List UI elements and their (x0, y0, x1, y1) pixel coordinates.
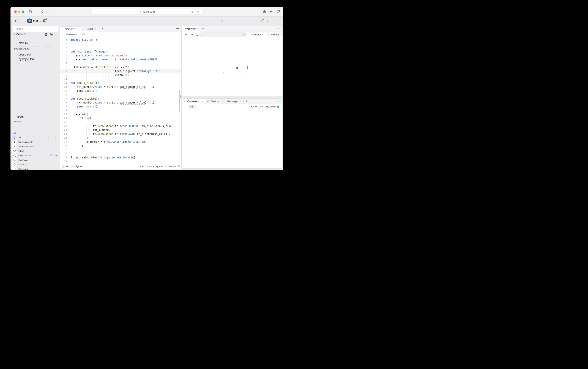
file-item-main-py[interactable]: main.py (11, 41, 60, 45)
file-item-poetry-lock[interactable]: poetry.lock (11, 52, 60, 57)
code-line-27[interactable]: 27 alignment=ft.MainAxisAlignment.CENTER… (60, 140, 181, 144)
webview-back-icon[interactable] (185, 33, 188, 36)
chevron-down-icon[interactable]: ⌄ (279, 20, 280, 22)
code-line-15[interactable]: 15 (60, 93, 181, 97)
code-line-16[interactable]: 16⌄def plus_click(e): (60, 97, 181, 101)
code-line-6[interactable]: 6 page.vertical_alignment = ft.MainAxisA… (60, 58, 181, 62)
search-icon[interactable] (220, 20, 223, 23)
file-item-pyproject-toml[interactable]: pyproject.toml (11, 57, 60, 61)
go-arrow-icon[interactable] (242, 33, 245, 36)
help-button[interactable]: ? (267, 19, 268, 22)
file-outline-icon[interactable] (75, 28, 76, 30)
sidebar-item-deployments[interactable]: Deployments (11, 140, 60, 144)
code-line-4[interactable]: 4⌄def main(page: ft.Page): (60, 50, 181, 54)
new-folder-icon[interactable] (50, 33, 53, 36)
new-tab-icon[interactable] (269, 10, 273, 13)
code-line-11[interactable]: 11 (60, 77, 181, 81)
zoom-button[interactable] (22, 10, 24, 13)
sidebar-item-database[interactable]: Database (11, 162, 60, 167)
back-icon[interactable] (40, 10, 44, 13)
history-clock-icon[interactable] (178, 165, 180, 168)
tab-dot-replit[interactable]: .replit × (81, 26, 100, 31)
fold-toggle-icon[interactable]: ⌄ (68, 50, 69, 53)
tab-webview[interactable]: Webview × (182, 26, 200, 31)
tab-main-py[interactable]: main.py × (60, 26, 81, 31)
code-line-21[interactable]: 21 ft.Row( (60, 116, 181, 120)
search-input[interactable] (13, 26, 58, 32)
webview-url-input[interactable] (202, 33, 242, 36)
code-line-31[interactable]: 31ft.app(main, view=ft.AppView.WEB_BROWS… (60, 156, 181, 160)
chevron-down-icon[interactable]: ⌄ (34, 11, 35, 13)
code-line-25[interactable]: 25 ft.IconButton(ft.icons.ADD, on_click=… (60, 132, 181, 136)
new-editor-tab-button[interactable]: + (100, 26, 105, 31)
fold-toggle-icon[interactable]: ⌄ (68, 97, 69, 101)
sidebar-item-chat[interactable]: Chat (11, 149, 60, 153)
sidebar-item-ai[interactable]: AI (11, 135, 60, 140)
safari-sidebar-icon[interactable] (29, 10, 32, 13)
sidebar-item-console[interactable]: Console (11, 158, 60, 162)
translate-icon[interactable]: A (191, 10, 194, 13)
close-icon[interactable]: × (78, 28, 79, 30)
close-icon[interactable]: × (95, 27, 96, 30)
code-line-26[interactable]: 26 ], (60, 136, 181, 140)
code-line-5[interactable]: 5 page.title = "Flet counter example" (60, 54, 181, 58)
code-line-18[interactable]: 18 page.update() (60, 105, 181, 109)
fold-toggle-icon[interactable]: ⌄ (68, 120, 69, 124)
code-line-9[interactable]: 9 text_align=ft.TextAlign.RIGHT, (60, 69, 181, 73)
code-line-8[interactable]: 8 txt_number = ft.TextField(value="0", (60, 65, 181, 69)
cursor-position[interactable]: Ln 9, Col 42 (139, 165, 152, 168)
new-console-tab-button[interactable]: + (244, 99, 249, 104)
code-line-10[interactable]: 10 width=100) (60, 73, 181, 77)
tab-console[interactable]: Console × (182, 99, 205, 104)
project-name[interactable]: Flet (33, 19, 38, 22)
code-editor[interactable]: 1import flet as ft234⌄def main(page: ft.… (60, 37, 181, 164)
close-icon[interactable]: × (201, 100, 203, 103)
webview-options-icon[interactable]: ••• (276, 27, 280, 30)
code-line-2[interactable]: 2 (60, 42, 181, 46)
close-icon[interactable]: × (218, 100, 219, 103)
run-badge[interactable]: Run (188, 105, 196, 109)
sidebar-item-authentication[interactable]: Authentication (11, 144, 60, 149)
close-icon[interactable]: × (240, 100, 241, 103)
new-file-icon[interactable] (45, 33, 48, 36)
address-bar[interactable]: replit.com A (92, 9, 202, 14)
close-icon[interactable]: × (197, 27, 199, 30)
console-options-icon[interactable]: ••• (276, 100, 280, 103)
sidebar-toggle-icon[interactable] (14, 19, 18, 22)
panel-resize-handle-vertical[interactable] (180, 95, 181, 98)
counter-textfield[interactable]: 0 (223, 63, 241, 73)
minus-button[interactable] (215, 66, 219, 70)
code-line-29[interactable]: 29 (60, 148, 181, 152)
code-line-24[interactable]: 24 txt_number, (60, 128, 181, 132)
code-line-19[interactable]: 19 (60, 109, 181, 113)
code-line-12[interactable]: 12⌄def minus_click(e): (60, 81, 181, 85)
forward-icon[interactable] (47, 10, 50, 13)
sidebar-item-debugger[interactable]: Debugger (11, 167, 60, 170)
webview-forward-icon[interactable] (190, 33, 193, 36)
sidebar-item-code-search[interactable]: Code Search⌘ ⇧ F (11, 153, 60, 158)
editor-scrollbar[interactable] (179, 90, 180, 112)
code-line-3[interactable]: 3 (60, 46, 181, 50)
share-icon[interactable] (263, 10, 266, 13)
code-line-20[interactable]: 20 page.add( (60, 113, 181, 116)
reload-icon[interactable] (197, 10, 200, 13)
indent-setting[interactable]: Spaces: 2 (156, 165, 166, 168)
new-webview-tab-button[interactable]: + (200, 26, 206, 31)
webview-reload-icon[interactable] (196, 33, 199, 36)
panel-resize-handle-horizontal[interactable] (213, 97, 220, 97)
tab-packages[interactable]: Packages × (223, 99, 244, 104)
code-line-28[interactable]: 28 )) (60, 144, 181, 148)
history-button[interactable]: History (169, 165, 177, 168)
tab-options-icon[interactable]: ••• (176, 27, 179, 30)
tab-overview-icon[interactable] (277, 10, 280, 13)
minimize-button[interactable] (18, 10, 20, 13)
devtools-button[interactable]: Devtools (250, 32, 264, 37)
trash-icon[interactable] (198, 100, 200, 102)
chevron-down-icon[interactable]: ⌄ (185, 106, 186, 108)
code-line-32[interactable]: 32 (60, 160, 181, 164)
chevron-down-icon[interactable]: ⌄ (40, 20, 41, 22)
code-line-17[interactable]: 17 txt_number.value = str(int(txt_number… (60, 101, 181, 105)
kebab-menu-icon[interactable]: ⋮ (56, 32, 59, 35)
tools-section-header[interactable]: ⌄ Tools (13, 115, 24, 118)
files-section-header[interactable]: ⌄ Files (13, 33, 27, 36)
